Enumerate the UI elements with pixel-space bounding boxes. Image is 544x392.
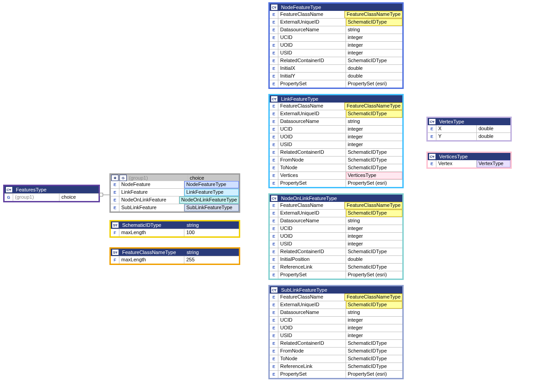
e-icon: E [270,309,278,316]
table-row: EVerticesVerticesType [270,172,402,179]
row-name: InitialX [278,65,346,72]
e-icon: E [270,141,278,148]
node-feature-header: Cᴛ NodeFeatureType [270,4,402,11]
e-icon: E [270,110,278,118]
row-type: VerticesType [346,172,402,179]
table-row: EFeatureClassNameFeatureClassNameType [270,294,402,301]
table-row: ESubLinkFeatureSubLinkFeatureType [111,204,239,211]
e-icon: E [270,324,278,332]
row-type: string [346,217,402,225]
schematic-id-type: string [185,221,239,229]
row-name: FeatureClassName [278,294,345,301]
table-row: EDatasourceNamestring [270,309,402,316]
row-name: Vertices [278,172,346,179]
st-icon: Sᴛ [111,221,120,229]
row-name: USID [278,332,346,339]
row-name: DatasourceName [278,118,346,125]
row-type: SchematicIDType [346,348,402,355]
e-icon: E [270,348,278,355]
table-row: EDatasourceNamestring [270,217,402,225]
row-name: maxLength [119,256,184,264]
e-icon: E [270,248,278,255]
row-type: SchematicIDType [346,19,402,26]
row-type: PropertySet (esri) [346,271,402,279]
table-row: G (group1) choice [5,193,99,201]
link-feature-title: LinkFeatureType [279,95,402,103]
row-type: integer [346,126,402,133]
row-name: ExternalUniqueID [278,19,346,26]
e-icon: E [270,164,278,172]
table-row: EPropertySetPropertySet (esri) [270,271,402,279]
row-name: RelatedContainerID [278,57,346,64]
vertex-type-box: Cᴛ VertexType EXdoubleEYdouble [426,117,512,142]
row-type: PropertySet (esri) [346,80,402,88]
row-type: integer [346,34,402,41]
table-row: EDatasourceNamestring [270,26,402,34]
vertices-title: VerticesType [437,153,510,160]
table-row: EReferenceLinkSchematicIDType [270,363,402,370]
row-name: USID [278,141,346,148]
row-type: string [346,118,402,125]
row-name: PropertySet [278,180,346,187]
row-name: RelatedContainerID [278,340,346,347]
e-icon: E [270,34,278,41]
e-icon: E [270,225,278,232]
e-icon: E [270,172,278,179]
table-row: EToNodeSchematicIDType [270,355,402,363]
row-type: integer [346,233,402,240]
group1-box: ✳ G (group1) choice ENodeFeatureNodeFeat… [109,173,240,213]
e-icon: E [270,11,278,18]
row-type: SchematicIDType [346,57,402,64]
table-row: EDatasourceNamestring [270,118,402,125]
e-icon: E [270,103,278,110]
table-row: ENodeOnLinkFeatureNodeOnLinkFeatureType [111,196,239,204]
row-type: integer [346,317,402,324]
row-name: ExternalUniqueID [278,110,346,118]
row-type: FeatureClassNameType [345,103,402,110]
featureclassname-type: string [185,249,239,256]
row-type: SchematicIDType [346,210,402,217]
row-name: ExternalUniqueID [278,210,346,217]
featureclassname-title: FeatureClassNameType [120,249,185,256]
row-name: InitialPosition [278,256,346,263]
featureclassname-header: Sᴛ FeatureClassNameType string [111,249,239,256]
e-icon: E [270,233,278,240]
row-type: LinkFeatureType [184,189,239,196]
table-row: EExternalUniqueIDSchematicIDType [270,110,402,118]
row-type: double [477,125,510,132]
row-name: NodeOnLinkFeature [119,196,179,204]
row-name: UCID [278,317,346,324]
vertices-header: Cᴛ VerticesType [428,153,510,160]
e-icon: E [270,256,278,263]
row-type: integer [346,49,402,57]
e-icon: E [270,355,278,363]
row-type: integer [346,141,402,148]
row-type: string [346,26,402,34]
group1-header: ✳ G (group1) choice [111,175,239,181]
e-icon: E [270,49,278,57]
table-row: EVertexVertexType [428,160,510,167]
row-type: double [346,256,402,263]
row-name: DatasourceName [278,309,346,316]
vertex-title: VertexType [437,118,510,125]
node-feature-title: NodeFeatureType [279,4,402,11]
sub-link-box: Cᴛ SubLinkFeatureType EFeatureClassNameF… [268,285,404,379]
e-icon: E [270,42,278,49]
row-type: NodeOnLinkFeatureType [179,196,239,204]
table-row: EUSIDinteger [270,141,402,148]
e-icon: E [270,26,278,34]
link-feature-header: Cᴛ LinkFeatureType [270,95,402,103]
row-type: integer [346,225,402,232]
sub-link-header: Cᴛ SubLinkFeatureType [270,286,402,294]
e-icon: E [270,271,278,279]
e-icon: E [270,210,278,217]
row-type: PropertySet (esri) [346,371,402,378]
row-type: SchematicIDType [346,340,402,347]
row-type: integer [346,324,402,332]
node-on-link-header: Cᴛ NodeOnLinkFeatureType [270,195,402,202]
row-name: SubLinkFeature [119,204,184,211]
e-icon: E [428,125,436,132]
table-row: ELinkFeatureLinkFeatureType [111,188,239,196]
f-icon: F [111,256,119,264]
table-row: EToNodeSchematicIDType [270,164,402,172]
